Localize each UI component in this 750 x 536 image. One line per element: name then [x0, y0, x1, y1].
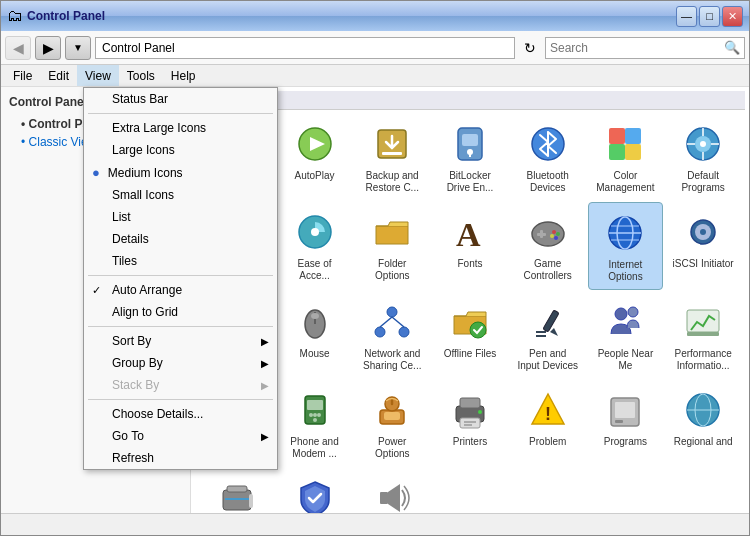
menu-go-to[interactable]: Go To	[84, 425, 277, 447]
list-item[interactable]: Phone andModem ...	[277, 380, 353, 466]
menu-status-bar[interactable]: Status Bar	[84, 88, 277, 110]
close-button[interactable]: ✕	[722, 6, 743, 27]
svg-point-73	[313, 413, 317, 417]
window: 🗂 Control Panel — □ ✕ ◀ ▶ ▼ Control Pane…	[0, 0, 750, 536]
dropdown-button[interactable]: ▼	[65, 36, 91, 60]
list-item[interactable]: DefaultPrograms	[665, 114, 741, 200]
list-item[interactable]: Regional and	[665, 380, 741, 466]
list-item[interactable]: AutoPlay	[277, 114, 353, 200]
svg-rect-88	[615, 402, 635, 418]
list-item[interactable]: GameControllers	[510, 202, 586, 290]
iscsi-label: iSCSI Initiator	[673, 258, 734, 270]
menu-align-to-grid[interactable]: Align to Grid	[84, 301, 277, 323]
menu-sort-by[interactable]: Sort By	[84, 330, 277, 352]
menu-list[interactable]: List	[84, 206, 277, 228]
list-item[interactable]: FolderOptions	[354, 202, 430, 290]
list-item[interactable]: BluetoothDevices	[510, 114, 586, 200]
list-item[interactable]: ColorManagement	[588, 114, 664, 200]
list-item[interactable]: PerformanceInformatio...	[665, 292, 741, 378]
menu-small-icons[interactable]: Small Icons	[84, 184, 277, 206]
list-item[interactable]: ! Problem	[510, 380, 586, 466]
menu-help[interactable]: Help	[163, 65, 204, 86]
svg-point-72	[309, 413, 313, 417]
list-item[interactable]: iSCSI Initiator	[665, 202, 741, 290]
printers-icon	[446, 386, 494, 434]
title-bar-controls: — □ ✕	[676, 6, 743, 27]
view-dropdown-menu: Status Bar Extra Large Icons Large Icons…	[83, 87, 278, 470]
menu-file[interactable]: File	[5, 65, 40, 86]
list-item[interactable]: Backup andRestore C...	[354, 114, 430, 200]
color-management-icon	[601, 120, 649, 168]
svg-point-33	[552, 230, 556, 234]
svg-rect-19	[625, 144, 641, 160]
list-item[interactable]: Security	[277, 468, 353, 513]
svg-rect-95	[225, 498, 249, 500]
pen-input-icon	[524, 298, 572, 346]
search-box: 🔍	[545, 37, 745, 59]
svg-point-22	[700, 141, 706, 147]
search-input[interactable]	[550, 41, 724, 55]
menu-stack-by[interactable]: Stack By	[84, 374, 277, 396]
menu-view[interactable]: View	[77, 65, 119, 86]
list-item[interactable]: BitLockerDrive En...	[432, 114, 508, 200]
svg-point-65	[615, 308, 627, 320]
regional-label: Regional and	[674, 436, 733, 448]
svg-rect-83	[464, 424, 472, 426]
menu-group-by[interactable]: Group By	[84, 352, 277, 374]
menu-medium-icons[interactable]: ●Medium Icons	[84, 161, 277, 184]
svg-rect-62	[543, 310, 559, 332]
menu-tools[interactable]: Tools	[119, 65, 163, 86]
ease-of-access-label: Ease ofAcce...	[298, 258, 332, 282]
menu-extra-large-icons[interactable]: Extra Large Icons	[84, 117, 277, 139]
menu-edit[interactable]: Edit	[40, 65, 77, 86]
backup-icon	[368, 120, 416, 168]
separator-3	[88, 326, 273, 327]
people-near-me-label: People NearMe	[598, 348, 654, 372]
search-icon[interactable]: 🔍	[724, 40, 740, 55]
menu-tiles[interactable]: Tiles	[84, 250, 277, 272]
menu-choose-details[interactable]: Choose Details...	[84, 403, 277, 425]
list-item[interactable]: Offline Files	[432, 292, 508, 378]
bitlocker-label: BitLockerDrive En...	[447, 170, 494, 194]
internet-options-label: InternetOptions	[608, 259, 642, 283]
menu-auto-arrange[interactable]: Auto Arrange	[84, 279, 277, 301]
phone-modem-label: Phone andModem ...	[290, 436, 338, 460]
list-item[interactable]: Programs	[588, 380, 664, 466]
window-title: Control Panel	[27, 9, 105, 23]
status-bar	[1, 513, 749, 535]
back-button[interactable]: ◀	[5, 36, 31, 60]
menu-details[interactable]: Details	[84, 228, 277, 250]
iscsi-icon	[679, 208, 727, 256]
address-input[interactable]: Control Panel	[95, 37, 515, 59]
backup-label: Backup andRestore C...	[366, 170, 419, 194]
list-item[interactable]: Sound	[354, 468, 430, 513]
svg-point-74	[317, 413, 321, 417]
maximize-button[interactable]: □	[699, 6, 720, 27]
menu-refresh[interactable]: Refresh	[84, 447, 277, 469]
list-item[interactable]: People NearMe	[588, 292, 664, 378]
list-item[interactable]: Network andSharing Ce...	[354, 292, 430, 378]
menu-large-icons[interactable]: Large Icons	[84, 139, 277, 161]
list-item[interactable]: InternetOptions	[588, 202, 664, 290]
separator-4	[88, 399, 273, 400]
menu-bar: File Edit View Tools Help Status Bar Ext…	[1, 65, 749, 87]
list-item[interactable]: Ease ofAcce...	[277, 202, 353, 290]
svg-rect-97	[380, 492, 388, 504]
window-icon: 🗂	[7, 7, 23, 25]
network-sharing-label: Network andSharing Ce...	[363, 348, 421, 372]
problem-reports-label: Problem	[529, 436, 566, 448]
forward-button[interactable]: ▶	[35, 36, 61, 60]
network-sharing-icon	[368, 298, 416, 346]
svg-point-57	[375, 327, 385, 337]
minimize-button[interactable]: —	[676, 6, 697, 27]
svg-point-44	[700, 229, 706, 235]
list-item[interactable]: A Fonts	[432, 202, 508, 290]
list-item[interactable]: Pen andInput Devices	[510, 292, 586, 378]
list-item[interactable]: Mouse	[277, 292, 353, 378]
svg-rect-16	[609, 128, 625, 144]
regional-icon	[679, 386, 727, 434]
refresh-button[interactable]: ↻	[519, 37, 541, 59]
list-item[interactable]: PowerOptions	[354, 380, 430, 466]
list-item[interactable]: Scanners	[199, 468, 275, 513]
list-item[interactable]: Printers	[432, 380, 508, 466]
